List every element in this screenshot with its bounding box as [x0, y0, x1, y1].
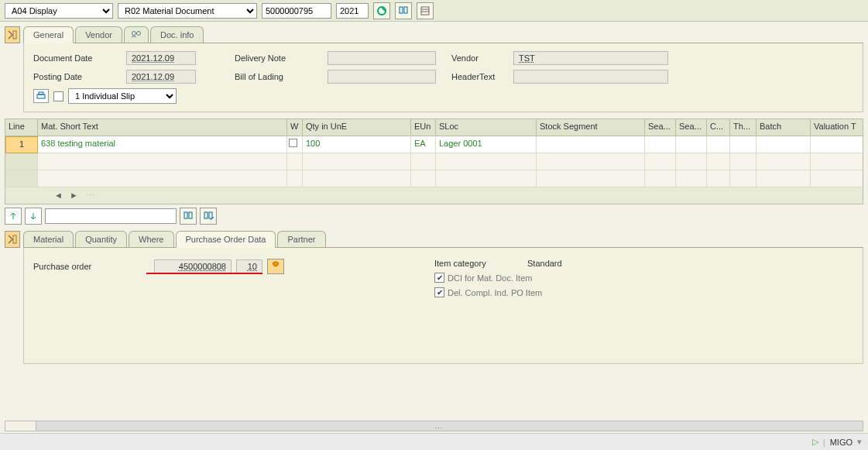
- po-item-value[interactable]: 10: [236, 259, 262, 273]
- print-checkbox[interactable]: [53, 91, 63, 101]
- col-val[interactable]: Valuation T: [811, 119, 863, 136]
- cell-stock[interactable]: [537, 136, 645, 153]
- header-tab-row: General Vendor Doc. info: [23, 26, 863, 43]
- slip-dropdown[interactable]: 1 Individual Slip: [68, 88, 177, 104]
- col-qty[interactable]: Qty in UnE: [303, 119, 411, 136]
- cell-sloc[interactable]: Lager 0001: [436, 136, 537, 153]
- cell-c[interactable]: [707, 136, 730, 153]
- tab-address-icon[interactable]: [124, 26, 149, 43]
- run-indicator-icon: ▷: [812, 437, 818, 447]
- year-input[interactable]: [336, 3, 369, 19]
- tab-where[interactable]: Where: [129, 231, 173, 247]
- item-category-value: Standard: [527, 259, 562, 268]
- col-c[interactable]: C...: [707, 119, 730, 136]
- row-number[interactable]: 1: [5, 136, 38, 153]
- tab-partner[interactable]: Partner: [277, 231, 325, 247]
- cell-sea2[interactable]: [676, 136, 707, 153]
- status-bar: ▷ | MIGO ▾: [0, 433, 868, 450]
- svg-rect-2: [404, 7, 407, 13]
- headertext-label: HeaderText: [451, 72, 513, 81]
- detail-tab-row: Material Quantity Where Purchase Order D…: [23, 231, 863, 248]
- col-batch[interactable]: Batch: [756, 119, 811, 136]
- tab-po-data[interactable]: Purchase Order Data: [176, 231, 276, 248]
- tab-vendor[interactable]: Vendor: [75, 26, 122, 43]
- cell-val[interactable]: [811, 136, 863, 153]
- printer-icon[interactable]: [33, 89, 49, 103]
- grid-header-row: Line Mat. Short Text W Qty in UnE EUn SL…: [5, 119, 863, 136]
- cell-qty[interactable]: 100: [303, 136, 411, 153]
- svg-rect-12: [189, 212, 192, 218]
- sort-asc-icon[interactable]: [5, 208, 22, 225]
- col-mat[interactable]: Mat. Short Text: [38, 119, 287, 136]
- posting-date-label: Posting Date: [33, 72, 126, 81]
- col-eun[interactable]: EUn: [411, 119, 436, 136]
- table-row-empty: [5, 170, 863, 187]
- posting-date-value[interactable]: 2021.12.09: [126, 70, 196, 84]
- tab-general[interactable]: General: [23, 26, 74, 43]
- cell-sea1[interactable]: [645, 136, 676, 153]
- col-stock[interactable]: Stock Segment: [537, 119, 645, 136]
- tab-quantity[interactable]: Quantity: [75, 231, 127, 247]
- dci-checkbox[interactable]: [434, 273, 444, 283]
- col-sea1[interactable]: Sea...: [645, 119, 676, 136]
- svg-rect-1: [400, 7, 403, 13]
- tab-material[interactable]: Material: [23, 231, 74, 247]
- col-line[interactable]: Line: [5, 119, 38, 136]
- collapse-detail-icon[interactable]: [5, 231, 20, 248]
- transaction-code: MIGO: [830, 438, 853, 447]
- svg-rect-9: [37, 94, 45, 98]
- cell-mat[interactable]: 638 testing material: [38, 136, 287, 153]
- svg-point-8: [137, 32, 141, 36]
- collapse-header-icon[interactable]: [5, 26, 20, 43]
- mid-toolbar: [5, 204, 863, 228]
- svg-rect-15: [13, 235, 16, 243]
- header-panel: Document Date 2021.12.09 Delivery Note V…: [23, 43, 863, 112]
- cell-w[interactable]: [287, 136, 303, 153]
- reference-dropdown[interactable]: R02 Material Document: [118, 3, 257, 19]
- item-grid: Line Mat. Short Text W Qty in UnE EUn SL…: [5, 119, 863, 204]
- vendor-label: Vendor: [451, 53, 513, 63]
- cell-th[interactable]: [730, 136, 756, 153]
- top-toolbar: A04 Display R02 Material Document: [0, 0, 868, 22]
- filter-input[interactable]: [45, 208, 177, 224]
- po-detail-icon[interactable]: [267, 259, 284, 274]
- delivery-note-label: Delivery Note: [235, 53, 328, 63]
- col-w[interactable]: W: [287, 119, 303, 136]
- bill-of-lading-value[interactable]: [328, 70, 436, 84]
- action-dropdown[interactable]: A04 Display: [5, 3, 113, 19]
- col-th[interactable]: Th...: [730, 119, 756, 136]
- horizontal-scrollbar[interactable]: ⋯: [5, 421, 863, 431]
- svg-rect-6: [13, 31, 16, 39]
- col-sloc[interactable]: SLoc: [436, 119, 537, 136]
- del-compl-checkbox[interactable]: [434, 287, 444, 297]
- svg-rect-13: [204, 212, 208, 218]
- doc-number-input[interactable]: [262, 3, 331, 19]
- bill-of-lading-label: Bill of Lading: [235, 72, 328, 81]
- scroll-right-icon[interactable]: ►: [70, 191, 78, 200]
- col-sea2[interactable]: Sea...: [676, 119, 707, 136]
- detail-panel: Purchase order 4500000808 10: [23, 248, 863, 364]
- po-number-value[interactable]: 4500000808: [154, 259, 232, 273]
- po-label: Purchase order: [33, 262, 149, 271]
- vendor-value[interactable]: TST: [513, 51, 668, 65]
- svg-rect-14: [209, 212, 212, 218]
- table-row[interactable]: 1 638 testing material 100 EA Lager 0001: [5, 136, 863, 153]
- overview-icon[interactable]: [417, 2, 434, 19]
- doc-date-label: Document Date: [33, 53, 126, 63]
- tab-doc-info[interactable]: Doc. info: [150, 26, 204, 43]
- doc-date-value[interactable]: 2021.12.09: [126, 51, 196, 65]
- cell-eun[interactable]: EA: [411, 136, 436, 153]
- svg-rect-10: [39, 92, 43, 94]
- scroll-left-icon[interactable]: ◄: [54, 191, 63, 200]
- headertext-value[interactable]: [513, 70, 668, 84]
- delivery-note-value[interactable]: [328, 51, 436, 65]
- cell-batch[interactable]: [756, 136, 811, 153]
- find-next-icon[interactable]: [200, 208, 217, 225]
- menu-indicator-icon[interactable]: ▾: [857, 437, 862, 447]
- execute-icon[interactable]: [373, 2, 390, 19]
- find-icon[interactable]: [395, 2, 412, 19]
- find-in-grid-icon[interactable]: [180, 208, 197, 225]
- grid-scroll: ◄ ► ⋯: [5, 187, 863, 204]
- sort-desc-icon[interactable]: [25, 208, 42, 225]
- svg-point-7: [132, 32, 136, 36]
